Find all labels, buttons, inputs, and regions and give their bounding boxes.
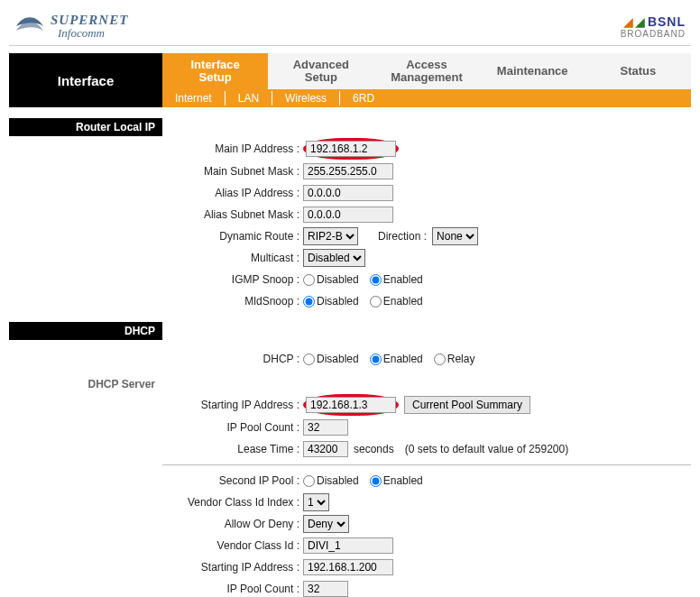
- mld-enabled-label: Enabled: [383, 295, 423, 308]
- alias-subnet-input[interactable]: [303, 207, 393, 223]
- vendor-index-select[interactable]: 1: [303, 493, 329, 511]
- second-pool-disabled-label: Disabled: [317, 474, 359, 487]
- label-dhcp-mode: DHCP :: [162, 353, 303, 365]
- highlight-circle-icon: [303, 138, 399, 160]
- tab-access-management[interactable]: Access Management: [373, 53, 479, 89]
- label-ip-pool-count: IP Pool Count :: [162, 421, 303, 434]
- subtab-internet[interactable]: Internet: [162, 92, 225, 105]
- subtab-6rd[interactable]: 6RD: [340, 92, 387, 105]
- ip-pool-count-2-input[interactable]: [303, 581, 348, 597]
- starting-ip-input[interactable]: [306, 397, 396, 413]
- highlight-circle-icon: [303, 394, 399, 416]
- label-second-ip-pool: Second IP Pool :: [162, 474, 303, 487]
- dhcp-disabled-label: Disabled: [317, 353, 359, 365]
- label-igmp-snoop: IGMP Snoop :: [162, 273, 303, 286]
- vendor-class-id-input[interactable]: [303, 537, 393, 554]
- sub-section-dhcp-server: DHCP Server: [9, 378, 162, 390]
- tab-advanced-setup[interactable]: Advanced Setup: [268, 53, 373, 89]
- label-seconds: seconds: [354, 443, 394, 455]
- label-dynamic-route: Dynamic Route :: [162, 230, 303, 243]
- main-nav: Interface Interface Setup Advanced Setup…: [9, 53, 691, 107]
- igmp-disabled-label: Disabled: [317, 273, 359, 286]
- dhcp-enabled-label: Enabled: [383, 353, 423, 365]
- main-subnet-input[interactable]: [303, 163, 393, 179]
- label-lease-time: Lease Time :: [162, 443, 303, 455]
- current-pool-summary-button[interactable]: Current Pool Summary: [404, 396, 530, 414]
- label-allow-deny: Allow Or Deny :: [162, 518, 303, 530]
- label-alias-ip: Alias IP Address :: [162, 187, 303, 199]
- main-ip-input[interactable]: [306, 141, 396, 157]
- flag-dot2-icon: ◢: [635, 14, 646, 29]
- igmp-disabled-radio[interactable]: [303, 274, 315, 286]
- multicast-select[interactable]: Disabled: [303, 249, 365, 267]
- flag-dot-icon: ◢: [623, 14, 634, 29]
- second-pool-disabled-radio[interactable]: [303, 475, 315, 487]
- second-pool-enabled-label: Enabled: [383, 474, 423, 487]
- alias-ip-input[interactable]: [303, 185, 393, 201]
- dynamic-route-select[interactable]: RIP2-B: [303, 227, 358, 245]
- label-main-ip: Main IP Address :: [162, 142, 303, 155]
- section-router-local-ip: Router Local IP: [9, 118, 162, 136]
- supernet-swoosh-icon: [14, 13, 45, 40]
- lease-time-note: (0 sets to default value of 259200): [405, 443, 568, 455]
- label-vendor-class-id: Vendor Class Id :: [162, 539, 303, 552]
- isp-logo: ◢◢BSNL BROADBAND: [621, 14, 686, 39]
- mld-disabled-radio[interactable]: [303, 296, 315, 308]
- divider-line-icon: [162, 464, 691, 465]
- dhcp-relay-radio[interactable]: [434, 354, 446, 365]
- section-dhcp: DHCP: [9, 322, 162, 340]
- igmp-enabled-radio[interactable]: [370, 274, 382, 286]
- brand-bsnl: BSNL: [648, 14, 686, 29]
- dhcp-relay-label: Relay: [447, 353, 475, 365]
- label-ip-pool-count-2: IP Pool Count :: [162, 583, 303, 595]
- subtab-wireless[interactable]: Wireless: [272, 92, 339, 105]
- subtab-lan[interactable]: LAN: [226, 92, 272, 105]
- brand-supernet: SUPERNET: [51, 14, 128, 27]
- label-starting-ip-2: Starting IP Address :: [162, 561, 303, 574]
- mld-enabled-radio[interactable]: [370, 296, 382, 308]
- tab-interface-setup[interactable]: Interface Setup: [162, 53, 268, 89]
- direction-select[interactable]: None: [432, 227, 478, 245]
- allow-deny-select[interactable]: Deny: [303, 515, 349, 533]
- label-mld-snoop: MldSnoop :: [162, 295, 303, 308]
- brand-infocomm: Infocomm: [58, 27, 128, 39]
- label-multicast: Multicast :: [162, 252, 303, 264]
- page-header: SUPERNET Infocomm ◢◢BSNL BROADBAND: [9, 9, 691, 46]
- label-alias-subnet: Alias Subnet Mask :: [162, 208, 303, 221]
- label-vendor-idx: Vendor Class Id Index :: [162, 496, 303, 509]
- igmp-enabled-label: Enabled: [383, 273, 423, 286]
- ip-pool-count-input[interactable]: [303, 419, 348, 436]
- second-pool-enabled-radio[interactable]: [370, 475, 382, 487]
- vendor-logo: SUPERNET Infocomm: [14, 13, 128, 40]
- label-starting-ip: Starting IP Address :: [162, 399, 303, 411]
- lease-time-input[interactable]: [303, 441, 348, 457]
- dhcp-disabled-radio[interactable]: [303, 354, 315, 365]
- tab-maintenance[interactable]: Maintenance: [480, 53, 585, 89]
- mld-disabled-label: Disabled: [317, 295, 359, 308]
- starting-ip-2-input[interactable]: [303, 559, 393, 575]
- label-direction: Direction :: [378, 230, 427, 243]
- brand-broadband: BROADBAND: [621, 29, 686, 39]
- dhcp-enabled-radio[interactable]: [370, 354, 382, 365]
- tab-status[interactable]: Status: [585, 53, 691, 89]
- label-main-subnet: Main Subnet Mask :: [162, 165, 303, 178]
- nav-title: Interface: [9, 53, 162, 107]
